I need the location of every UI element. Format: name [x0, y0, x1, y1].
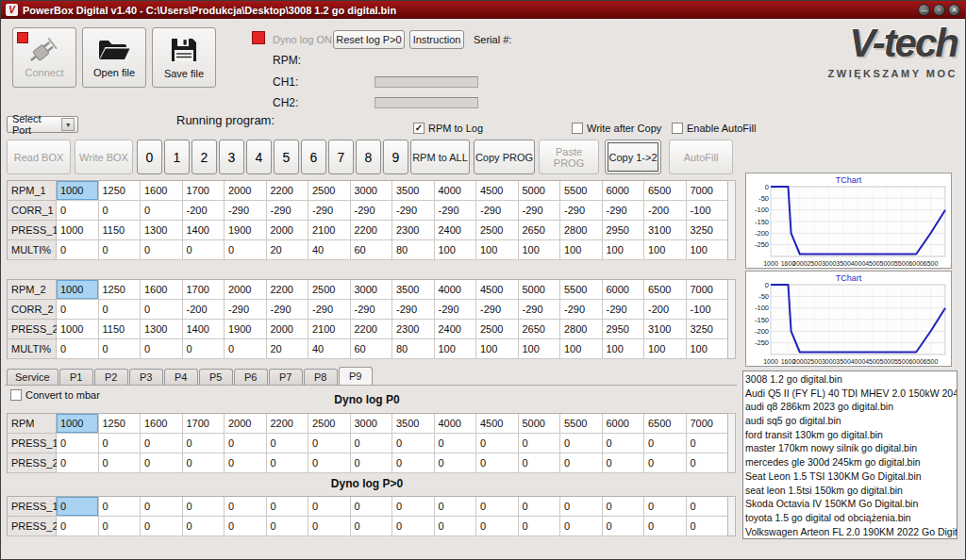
table-cell[interactable]: 60 [351, 339, 393, 359]
table-cell[interactable]: -290 [392, 300, 435, 320]
table-cell[interactable]: 0 [351, 517, 393, 536]
dyno-pgt0-scrollbar[interactable] [727, 496, 736, 536]
table-cell[interactable]: 0 [644, 497, 687, 517]
file-list-item[interactable]: mercedes gle 300d 245km go digital.bin [745, 455, 957, 469]
tab-p4[interactable]: P4 [164, 369, 198, 386]
table-cell[interactable]: -200 [644, 300, 687, 320]
tab-p1[interactable]: P1 [59, 369, 93, 386]
table-cell[interactable]: 80 [392, 339, 435, 359]
table-cell[interactable]: -290 [267, 300, 309, 320]
file-list-item[interactable]: audi sq5 go digital.bin [745, 414, 957, 428]
table-cell[interactable]: 3500 [392, 414, 435, 434]
table-cell[interactable]: 100 [476, 339, 519, 359]
tab-p6[interactable]: P6 [234, 369, 268, 386]
table-cell[interactable]: 4000 [435, 181, 477, 201]
digit-button-5[interactable]: 5 [274, 140, 299, 174]
dyno-p0-scrollbar[interactable] [727, 413, 736, 473]
table-cell[interactable]: -200 [644, 201, 687, 221]
table-cell[interactable]: 0 [392, 434, 435, 453]
table-cell[interactable]: 0 [435, 497, 477, 517]
table-cell[interactable]: 1600 [141, 280, 183, 300]
table-cell[interactable]: 0 [519, 517, 561, 536]
table-cell[interactable]: 0 [225, 497, 267, 517]
table-cell[interactable]: 0 [57, 201, 99, 221]
table-cell[interactable]: 100 [476, 240, 519, 260]
table-cell[interactable]: 1000 [57, 280, 99, 300]
digit-button-4[interactable]: 4 [246, 140, 272, 174]
table-cell[interactable]: 0 [183, 339, 225, 359]
table-cell[interactable]: 0 [183, 453, 225, 473]
table-cell[interactable]: 2950 [603, 320, 645, 339]
table-cell[interactable]: 0 [476, 453, 519, 473]
file-list-item[interactable]: Seat Leon 1.5 TSI 130KM Go Digital.bin [745, 469, 957, 484]
table-cell[interactable]: 0 [308, 497, 351, 517]
digit-button-3[interactable]: 3 [219, 140, 244, 174]
table-cell[interactable]: 0 [644, 434, 687, 453]
table-cell[interactable]: 0 [57, 339, 99, 359]
table-cell[interactable]: 100 [687, 240, 729, 260]
table-cell[interactable]: 0 [560, 453, 603, 473]
instruction-button[interactable]: Instruction [409, 30, 464, 49]
table-cell[interactable]: 1000 [57, 320, 99, 339]
table-cell[interactable]: -290 [476, 300, 519, 320]
prog1-scrollbar[interactable] [727, 180, 736, 260]
table-cell[interactable]: 2000 [225, 181, 267, 201]
table-cell[interactable]: 1400 [183, 221, 225, 240]
table-cell[interactable]: 1700 [183, 414, 225, 434]
table-cell[interactable]: 20 [267, 339, 309, 359]
table-cell[interactable]: 2500 [476, 221, 519, 240]
table-cell[interactable]: 100 [644, 240, 687, 260]
table-cell[interactable]: 1400 [183, 320, 225, 339]
write-box-button[interactable]: Write BOX [75, 140, 133, 174]
table-cell[interactable]: 4000 [435, 414, 477, 434]
table-cell[interactable]: 5500 [560, 280, 603, 300]
file-list-item[interactable]: Volkswagen Arteon FL 2.0 190KM 2022 Go D… [745, 525, 957, 539]
table-cell[interactable]: 0 [183, 434, 225, 453]
table-cell[interactable]: 1700 [183, 280, 225, 300]
table-cell[interactable]: 2800 [560, 221, 603, 240]
table-cell[interactable]: 4500 [476, 181, 519, 201]
table-cell[interactable]: 0 [99, 240, 142, 260]
table-cell[interactable]: -290 [308, 300, 351, 320]
prog2-scrollbar[interactable] [727, 279, 736, 359]
table-cell[interactable]: 6000 [603, 181, 645, 201]
table-cell[interactable]: 5500 [560, 181, 603, 201]
minimize-button[interactable]: — [918, 4, 930, 16]
table-cell[interactable]: 0 [183, 517, 225, 536]
digit-button-1[interactable]: 1 [164, 140, 190, 174]
table-cell[interactable]: -290 [435, 300, 477, 320]
tab-service[interactable]: Service [7, 369, 58, 386]
table-cell[interactable]: 2000 [267, 221, 309, 240]
table-cell[interactable]: 0 [351, 497, 393, 517]
save-file-button[interactable]: Save file [152, 27, 216, 88]
enable-autofill-checkbox[interactable]: Enable AutoFill [672, 123, 756, 134]
table-cell[interactable]: 0 [560, 434, 603, 453]
table-cell[interactable]: -290 [603, 300, 645, 320]
table-cell[interactable]: 0 [225, 240, 267, 260]
table-cell[interactable]: 2500 [308, 280, 351, 300]
table-cell[interactable]: 0 [267, 517, 309, 536]
table-cell[interactable]: 80 [392, 240, 435, 260]
copy-1-to-2-button[interactable]: Copy 1->2 [605, 140, 661, 174]
table-cell[interactable]: 0 [99, 453, 142, 473]
rpm-to-log-checkbox[interactable]: ✓ RPM to Log [413, 123, 483, 134]
table-cell[interactable]: 0 [141, 497, 183, 517]
table-cell[interactable]: 6500 [644, 181, 687, 201]
table-cell[interactable]: 3100 [644, 221, 687, 240]
table-cell[interactable]: -100 [687, 201, 729, 221]
table-cell[interactable]: 0 [308, 453, 351, 473]
table-cell[interactable]: 1900 [225, 320, 267, 339]
table-cell[interactable]: 0 [644, 517, 687, 536]
copy-prog-button[interactable]: Copy PROG [474, 140, 535, 174]
table-cell[interactable]: 1300 [141, 320, 183, 339]
table-cell[interactable]: -100 [687, 300, 729, 320]
table-cell[interactable]: 2500 [308, 181, 351, 201]
table-cell[interactable]: 0 [141, 339, 183, 359]
table-cell[interactable]: 100 [603, 339, 645, 359]
table-cell[interactable]: 0 [99, 434, 142, 453]
table-cell[interactable]: -290 [476, 201, 519, 221]
table-cell[interactable]: 7000 [687, 280, 729, 300]
table-cell[interactable]: 2200 [351, 221, 393, 240]
table-cell[interactable]: 0 [476, 517, 519, 536]
table-cell[interactable]: 0 [351, 434, 393, 453]
